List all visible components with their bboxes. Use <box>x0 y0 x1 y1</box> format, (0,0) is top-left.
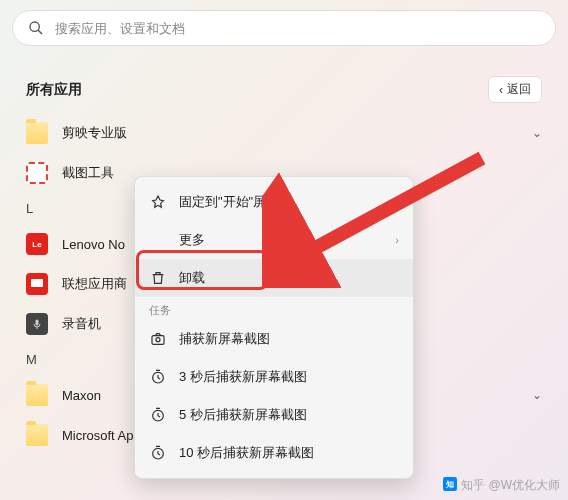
folder-icon <box>26 384 48 406</box>
menu-more[interactable]: 更多 › <box>135 221 413 259</box>
app-item-jianying[interactable]: 剪映专业版 ⌄ <box>14 113 554 153</box>
blank-icon <box>149 231 167 249</box>
svg-point-0 <box>30 22 39 31</box>
menu-task-3s[interactable]: 3 秒后捕获新屏幕截图 <box>135 358 413 396</box>
menu-label: 卸载 <box>179 269 205 287</box>
svg-rect-4 <box>152 336 164 345</box>
menu-tasks-header: 任务 <box>135 297 413 320</box>
timer-icon <box>149 444 167 462</box>
menu-label: 捕获新屏幕截图 <box>179 330 270 348</box>
lenovo-icon: Le <box>26 233 48 255</box>
trash-icon <box>149 269 167 287</box>
microphone-icon <box>26 313 48 335</box>
chevron-right-icon: › <box>395 234 399 246</box>
store-icon <box>26 273 48 295</box>
menu-label: 3 秒后捕获新屏幕截图 <box>179 368 307 386</box>
back-button[interactable]: ‹ 返回 <box>488 76 542 103</box>
chevron-down-icon: ⌄ <box>532 126 542 140</box>
watermark-text: 知乎 @W优化大师 <box>461 477 560 494</box>
all-apps-title: 所有应用 <box>26 81 82 99</box>
menu-label: 5 秒后捕获新屏幕截图 <box>179 406 307 424</box>
folder-icon <box>26 424 48 446</box>
timer-icon <box>149 406 167 424</box>
header: 所有应用 ‹ 返回 <box>0 56 568 113</box>
menu-task-10s[interactable]: 10 秒后捕获新屏幕截图 <box>135 434 413 472</box>
menu-task-capture[interactable]: 捕获新屏幕截图 <box>135 320 413 358</box>
snipping-icon <box>26 162 48 184</box>
menu-pin-to-start[interactable]: 固定到"开始"屏幕 <box>135 183 413 221</box>
menu-task-5s[interactable]: 5 秒后捕获新屏幕截图 <box>135 396 413 434</box>
search-bar[interactable] <box>12 10 556 46</box>
app-label: 剪映专业版 <box>62 124 518 142</box>
context-menu: 固定到"开始"屏幕 更多 › 卸载 任务 捕获新屏幕截图 3 秒后捕获新屏幕截图… <box>134 176 414 479</box>
svg-rect-2 <box>36 320 39 326</box>
back-label: 返回 <box>507 81 531 98</box>
svg-point-5 <box>156 338 160 342</box>
zhihu-icon: 知 <box>443 477 457 494</box>
menu-label: 10 秒后捕获新屏幕截图 <box>179 444 314 462</box>
watermark: 知 知乎 @W优化大师 <box>443 477 560 494</box>
svg-text:知: 知 <box>445 480 454 489</box>
pin-icon <box>149 193 167 211</box>
chevron-left-icon: ‹ <box>499 83 503 97</box>
menu-label: 更多 <box>179 231 205 249</box>
search-icon <box>27 19 45 37</box>
folder-icon <box>26 122 48 144</box>
menu-label: 固定到"开始"屏幕 <box>179 193 279 211</box>
menu-uninstall[interactable]: 卸载 <box>135 259 413 297</box>
search-input[interactable] <box>55 21 541 36</box>
chevron-down-icon: ⌄ <box>532 388 542 402</box>
camera-icon <box>149 330 167 348</box>
timer-icon <box>149 368 167 386</box>
svg-line-1 <box>38 30 42 34</box>
